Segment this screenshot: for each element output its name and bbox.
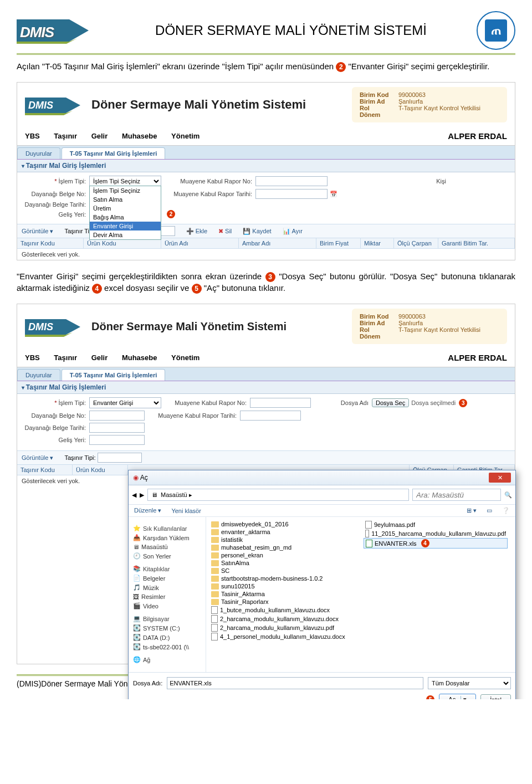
btn-ayir[interactable]: 📊Ayır	[283, 228, 303, 235]
dd-option[interactable]: İşlem Tipi Seçiniz	[90, 186, 161, 195]
step-badge-2: 2	[336, 62, 346, 72]
preview-icon[interactable]: ▭	[487, 507, 492, 514]
tab-duyurular[interactable]: Duyurular	[17, 147, 60, 159]
mini-logo: DMIS	[25, 92, 86, 117]
list-item[interactable]: 9eylulmaas.pdf	[364, 520, 508, 529]
col-ambar-adi: Ambar Adı	[239, 238, 316, 248]
list-item[interactable]: dmiswebyedek_01_2016	[209, 520, 354, 528]
close-icon[interactable]: ✕	[489, 473, 511, 483]
list-item[interactable]: 2_harcama_modulu_kullanım_klavuzu.pdf	[209, 623, 354, 632]
input-muayene-tarih[interactable]	[255, 189, 328, 199]
label-filename: Dosya Adı:	[133, 680, 162, 686]
sidebar-item[interactable]: 💽 SYSTEM (C:)	[131, 623, 203, 633]
list-item[interactable]: startbootstrap-modern-business-1.0.2	[209, 575, 354, 582]
list-item[interactable]: istatistik	[209, 536, 354, 544]
sidebar-item[interactable]: 📥 Karşıdan Yüklem	[131, 533, 203, 542]
menu-muhasebe[interactable]: Muhasebe	[122, 132, 157, 140]
view-icon[interactable]: ⊞ ▾	[467, 507, 477, 514]
sidebar-item[interactable]: 🖼 Resimler	[131, 592, 203, 601]
btn-goruntule[interactable]: Görüntüle ▾	[22, 454, 53, 462]
input-belge-tarihi[interactable]	[89, 423, 145, 433]
menu-yonetim[interactable]: Yönetim	[171, 353, 200, 362]
input-muayene-no[interactable]	[255, 176, 328, 186]
tab-duyurular[interactable]: Duyurular	[17, 369, 60, 381]
panel-header[interactable]: Taşınır Mal Giriş İşlemleri	[17, 381, 515, 394]
menu-tasinir[interactable]: Taşınır	[54, 353, 77, 362]
menu-tasinir[interactable]: Taşınır	[54, 132, 77, 140]
list-item[interactable]: 4_1_personel_modulu_kullanım_klavuzu.doc…	[209, 632, 354, 641]
path-bar[interactable]: 🖥 Masaüstü ▸	[147, 489, 409, 501]
sidebar-item[interactable]: 💽 DATA (D:)	[131, 633, 203, 642]
dd-option[interactable]: Devir Alma	[90, 230, 161, 239]
select-islem-tipi[interactable]: Envanter Girişi	[89, 397, 161, 408]
list-item[interactable]: SatınAlma	[209, 559, 354, 567]
input-tasinir-tipi[interactable]	[98, 453, 142, 463]
sidebar-item[interactable]: 💽 ts-sbe022-001 (\\	[131, 642, 203, 652]
input-belge-no[interactable]	[89, 411, 145, 421]
user-name: ALPER ERDAL	[448, 353, 507, 362]
tab-t05[interactable]: T-05 Taşınır Mal Giriş İşlemleri	[62, 147, 166, 159]
sidebar-item[interactable]: 🎬 Video	[131, 601, 203, 611]
select-islem-tipi[interactable]: İşlem Tipi Seçiniz	[89, 176, 161, 187]
search-input[interactable]	[412, 489, 501, 501]
dd-option[interactable]: Satın Alma	[90, 195, 161, 204]
menu-ybs[interactable]: YBS	[25, 132, 40, 140]
btn-sil[interactable]: ✖Sil	[218, 228, 232, 235]
calendar-icon[interactable]: 📅	[330, 191, 337, 198]
input-filename[interactable]	[167, 677, 423, 689]
list-item[interactable]: 1_butce_modulu_kullanım_klavuzu.docx	[209, 606, 354, 614]
dropdown-islem-tipi[interactable]: İşlem Tipi Seçiniz Satın Alma Üretim Bağ…	[89, 186, 161, 240]
btn-iptal[interactable]: İptal	[480, 694, 511, 700]
app-title: Döner Sermaye Mali Yönetim Sistemi	[91, 320, 287, 333]
label-islem-tipi: İşlem Tipi:	[23, 178, 89, 185]
list-item[interactable]: envanter_aktarma	[209, 528, 354, 536]
logo-text: DMIS	[20, 24, 54, 41]
dd-option-envanter[interactable]: Envanter Girişi	[90, 222, 161, 230]
list-item[interactable]: sunu102015	[209, 582, 354, 590]
col-miktar: Miktar	[361, 238, 394, 248]
list-item[interactable]: SC	[209, 567, 354, 575]
list-item-envanter[interactable]: ENVANTER.xls 4	[364, 538, 508, 549]
menu-gelir[interactable]: Gelir	[91, 132, 108, 140]
sidebar-item[interactable]: 🕘 Son Yerler	[131, 551, 203, 561]
sidebar: ⭐ Sık Kullanılanlar 📥 Karşıdan Yüklem 🖥 …	[129, 517, 206, 672]
list-item[interactable]: personel_ekran	[209, 551, 354, 559]
list-item[interactable]: Tasinir_Aktarma	[209, 590, 354, 598]
forward-icon[interactable]: ▶	[140, 491, 144, 499]
help-icon[interactable]: ❔	[502, 507, 510, 514]
page-title: DÖNER SERMAYE MALİ YÖNETİM SİSTEMİ	[105, 23, 477, 38]
list-item[interactable]: 11_2015_harcama_modulu_kullanım_klavuzu.…	[364, 529, 508, 538]
search-icon[interactable]: 🔍	[504, 491, 512, 499]
back-icon[interactable]: ◀	[132, 491, 136, 499]
menu-muhasebe[interactable]: Muhasebe	[122, 353, 157, 362]
btn-yeni-klasor[interactable]: Yeni klasör	[171, 508, 201, 514]
sidebar-item[interactable]: 🖥 Masaüstü	[131, 542, 203, 551]
callout-5: 5	[426, 695, 434, 699]
dd-option[interactable]: Üretim	[90, 204, 161, 213]
list-item[interactable]: muhasebat_resim_gn_md	[209, 544, 354, 551]
list-item[interactable]: Tasinir_Raporlarx	[209, 598, 354, 606]
mini-logo: DMIS	[25, 314, 86, 339]
input-gelis-yeri[interactable]	[89, 435, 145, 445]
dd-option[interactable]: Bağış Alma	[90, 213, 161, 222]
list-item[interactable]: 2_harcama_modulu_kullanım_klavuzu.docx	[209, 614, 354, 623]
btn-goruntule[interactable]: Görüntüle ▾	[22, 228, 53, 235]
input-muayene-tarih[interactable]	[240, 411, 301, 421]
menu-yonetim[interactable]: Yönetim	[171, 132, 200, 140]
sidebar-item[interactable]: 📄 Belgeler	[131, 573, 203, 583]
btn-kaydet[interactable]: 💾Kaydet	[243, 228, 271, 235]
select-filter[interactable]: Tüm Dosyalar	[428, 677, 511, 689]
input-muayene-no[interactable]	[250, 398, 311, 408]
sidebar-item[interactable]: 🎵 Müzik	[131, 583, 203, 592]
tab-t05[interactable]: T-05 Taşınır Mal Giriş İşlemleri	[62, 369, 166, 381]
panel-header[interactable]: Taşınır Mal Giriş İşlemleri	[17, 160, 515, 172]
btn-ekle[interactable]: ➕Ekle	[186, 228, 207, 235]
btn-duzenle[interactable]: Düzenle ▾	[134, 507, 161, 514]
btn-dosya-sec[interactable]: Dosya Seç	[372, 398, 409, 407]
label-kisi: Kişi	[328, 178, 449, 185]
menu-ybs[interactable]: YBS	[25, 353, 40, 362]
instruction-paragraph-2: "Envanter Girişi" seçimi gerçekleştirild…	[17, 270, 515, 294]
col-olcu: Ölçü Çarpan	[394, 238, 438, 248]
menu-gelir[interactable]: Gelir	[91, 353, 108, 362]
btn-ac[interactable]: Aç ▾	[439, 694, 476, 699]
